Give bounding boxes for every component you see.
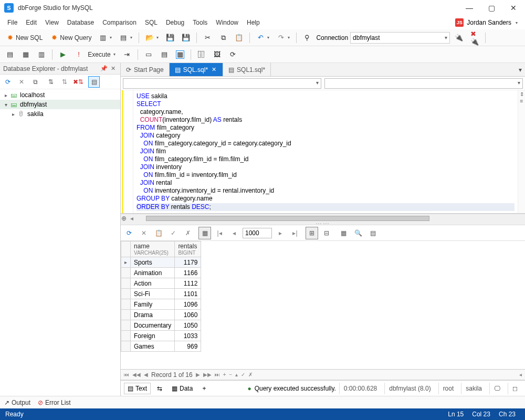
add-view-button[interactable]: + (199, 383, 209, 394)
status-stop-icon[interactable]: ◻ (508, 383, 522, 394)
menu-comparison[interactable]: Comparison (98, 17, 141, 28)
delete-icon[interactable]: ✕ (16, 76, 27, 88)
results-grid[interactable]: nameVARCHAR(25)rentalsBIGINT ▸Sports1179… (121, 241, 525, 370)
menu-sql[interactable]: SQL (141, 17, 162, 28)
tb2-step[interactable]: ⇥ (120, 48, 134, 61)
table-row[interactable]: Animation1166 (121, 268, 201, 278)
tb2-icon-3[interactable]: ▥ (35, 48, 48, 61)
tb2-icon-5[interactable]: ▤ (158, 48, 171, 61)
user-account[interactable]: JS Jordan Sanders ▾ (451, 18, 522, 27)
filter-icon-3[interactable]: ✖⇅ (72, 76, 84, 88)
table-row[interactable]: Family1096 (121, 299, 201, 310)
table-row[interactable]: Drama1060 (121, 310, 201, 320)
table-row[interactable]: Foreign1033 (121, 331, 201, 341)
connection-dropdown[interactable]: dbfmylast (350, 32, 450, 44)
copy-button[interactable]: ⧉ (216, 32, 230, 44)
tab-sql[interactable]: ▤SQL.sql*✕ (170, 63, 223, 76)
table-row[interactable]: ▸Sports1179 (121, 257, 201, 268)
text-view-button[interactable]: ▤Text (124, 383, 151, 394)
results-refresh-icon[interactable]: ⟳ (123, 227, 135, 239)
connection-icon[interactable]: ⚲ (300, 32, 314, 44)
open-button[interactable]: 📂▾ (143, 32, 161, 44)
tree-node-localhost[interactable]: ▸🖴localhost (0, 90, 120, 100)
combo-right[interactable] (324, 78, 523, 89)
table-row[interactable]: Action1112 (121, 278, 201, 289)
tb2-icon-4[interactable]: ▭ (142, 48, 155, 61)
menu-tools[interactable]: Tools (188, 17, 212, 28)
tb2-icon-7[interactable]: ⿲ (195, 48, 208, 61)
panel-close-icon[interactable]: ✕ (109, 65, 117, 72)
menu-file[interactable]: File (3, 17, 22, 28)
results-cancel-icon[interactable]: ✕ (138, 227, 150, 239)
layout-grid-icon[interactable]: ⊞ (306, 227, 318, 239)
layout-card-icon[interactable]: ⊟ (320, 227, 333, 239)
tb2-icon-9[interactable]: ⟳ (226, 48, 240, 61)
disconnect-button[interactable]: ✖🔌 (468, 32, 481, 44)
maximize-button[interactable]: ▢ (484, 4, 499, 12)
connect-button[interactable]: 🔌 (452, 32, 466, 44)
table-row[interactable]: Sci-Fi1101 (121, 289, 201, 299)
record-navigator[interactable]: ⏮◀◀◀ Record 1 of 16 ▶▶▶⏭ +−▴ ✓✗ ◂ (121, 370, 525, 380)
cut-button[interactable]: ✂ (201, 32, 214, 44)
view-mode-icon[interactable]: ▤ (88, 76, 100, 88)
tb2-icon-2[interactable]: ▦ (19, 48, 33, 61)
filter-icon-2[interactable]: ⇅ (59, 76, 70, 88)
pin-icon[interactable]: 📌 (99, 65, 109, 72)
sql-editor[interactable]: USE sakilaSELECT category.name, COUNT(in… (121, 90, 525, 214)
tab-close-icon[interactable]: ✕ (211, 66, 217, 73)
close-button[interactable]: ✕ (506, 4, 521, 12)
tb2-icon-8[interactable]: 🖼 (211, 48, 224, 61)
first-page-icon[interactable]: |◂ (213, 227, 226, 239)
results-rollback-icon[interactable]: ✗ (182, 227, 194, 239)
status-screen-icon[interactable]: 🖵 (489, 383, 505, 394)
layout-table-icon[interactable]: ▦ (337, 227, 350, 239)
tree-node-sakila[interactable]: ▸🛢sakila (0, 109, 120, 119)
data-view-button[interactable]: ▦Data (169, 383, 196, 394)
grid-view-icon[interactable]: ▦ (198, 227, 211, 239)
tab-start-page[interactable]: ⟳Start Page (121, 63, 170, 76)
tb2-icon-1[interactable]: ▤ (3, 48, 17, 61)
menu-debug[interactable]: Debug (162, 17, 188, 28)
execute-button[interactable]: ! Execute▾ (72, 48, 118, 61)
results-commit-icon[interactable]: ✓ (167, 227, 180, 239)
error-list-panel-button[interactable]: ⊘Error List (38, 399, 71, 406)
minimize-button[interactable]: — (462, 4, 477, 12)
tree-node-dbfmylast[interactable]: ▾🖴dbfmylast (0, 100, 120, 109)
toolbar-dropdown-1[interactable]: ▥▾ (96, 32, 114, 44)
new-query-button[interactable]: ✸New Query (47, 32, 94, 44)
table-row[interactable]: Documentary1050 (121, 320, 201, 331)
menu-edit[interactable]: Edit (22, 17, 41, 28)
results-paste-icon[interactable]: 📋 (152, 227, 165, 239)
save-button[interactable]: 💾 (163, 32, 177, 44)
toolbar-dropdown-2[interactable]: ▤▾ (117, 32, 135, 44)
tb2-icon-6[interactable]: ▦ (173, 48, 187, 61)
redo-button[interactable]: ↷▾ (274, 32, 292, 44)
menu-help[interactable]: Help (243, 17, 264, 28)
menu-database[interactable]: Database (63, 17, 98, 28)
last-page-icon[interactable]: ▸| (289, 227, 301, 239)
copy-icon[interactable]: ⧉ (29, 76, 41, 88)
new-sql-button[interactable]: ✸New SQL (3, 32, 45, 44)
run-button[interactable]: ▶ (56, 48, 70, 61)
layout-find-icon[interactable]: 🔍 (352, 227, 364, 239)
next-page-icon[interactable]: ▸ (274, 227, 287, 239)
save-all-button[interactable]: 💾 (179, 32, 193, 44)
output-panel-button[interactable]: ↗Output (4, 399, 30, 406)
explorer-tree[interactable]: ▸🖴localhost ▾🖴dbfmylast ▸🛢sakila (0, 89, 120, 396)
page-size-input[interactable] (243, 228, 272, 238)
swap-button[interactable]: ⇆ (154, 383, 165, 394)
collapse-all-icon[interactable]: ⇕ (520, 91, 524, 97)
tab-overflow[interactable]: ▾ (516, 63, 525, 76)
minimap-icon[interactable]: ≡ (520, 98, 523, 104)
layout-export-icon[interactable]: ▤ (366, 227, 379, 239)
menu-window[interactable]: Window (212, 17, 243, 28)
refresh-icon[interactable]: ⟳ (2, 76, 14, 88)
undo-button[interactable]: ↶▾ (254, 32, 272, 44)
tab-sql1[interactable]: ▤SQL1.sql* (223, 63, 271, 76)
paste-button[interactable]: 📋 (232, 32, 246, 44)
menu-view[interactable]: View (41, 17, 63, 28)
table-row[interactable]: Games969 (121, 341, 201, 352)
filter-icon-1[interactable]: ⇅ (45, 76, 57, 88)
prev-page-icon[interactable]: ◂ (228, 227, 240, 239)
combo-left[interactable] (123, 78, 321, 89)
